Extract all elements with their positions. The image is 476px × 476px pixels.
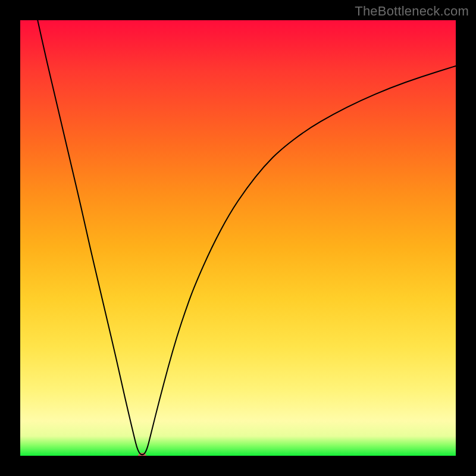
chart-frame: TheBottleneck.com <box>0 0 476 476</box>
chart-svg <box>20 20 456 456</box>
plot-area <box>20 20 456 456</box>
bottleneck-curve <box>37 20 456 455</box>
watermark-text: TheBottleneck.com <box>355 4 469 19</box>
